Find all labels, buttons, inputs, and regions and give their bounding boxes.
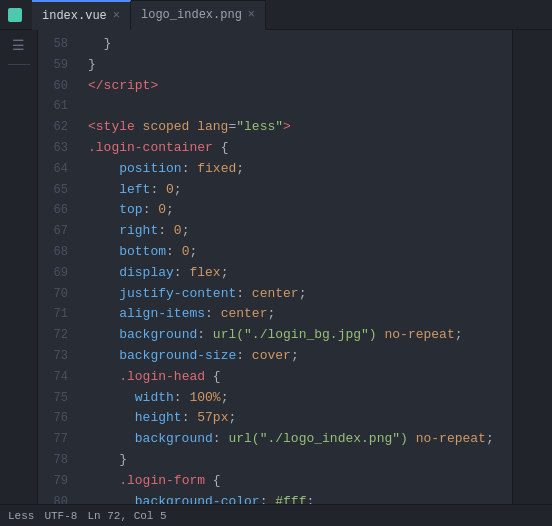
- tab-index-vue[interactable]: index.vue ×: [32, 0, 131, 30]
- code-line: .login-form {: [88, 471, 512, 492]
- code-line: <style scoped lang="less">: [88, 117, 512, 138]
- code-line: justify-content: center;: [88, 284, 512, 305]
- code-line: background: url("./logo_index.png") no-r…: [88, 429, 512, 450]
- code-line: top: 0;: [88, 200, 512, 221]
- minimap: [512, 30, 552, 504]
- tab-close-icon[interactable]: ×: [113, 9, 120, 23]
- code-line: </script>: [88, 76, 512, 97]
- code-line: .login-container {: [88, 138, 512, 159]
- file-icon-area: [8, 8, 26, 22]
- code-line: .login-head {: [88, 367, 512, 388]
- status-file-type: Less: [8, 510, 34, 522]
- code-line: }: [88, 55, 512, 76]
- status-bar: Less UTF-8 Ln 72, Col 5: [0, 504, 552, 526]
- code-line: right: 0;: [88, 221, 512, 242]
- tab-label: logo_index.png: [141, 8, 242, 22]
- code-area: ☰ 58596061626364656667686970717273747576…: [0, 30, 552, 504]
- tab-logo-index[interactable]: logo_index.png ×: [131, 0, 266, 30]
- code-line: background-size: cover;: [88, 346, 512, 367]
- tab-bar: index.vue × logo_index.png ×: [0, 0, 552, 30]
- code-line: height: 57px;: [88, 408, 512, 429]
- code-line: }: [88, 34, 512, 55]
- code-line: }: [88, 450, 512, 471]
- file-type-icon: [8, 8, 22, 22]
- code-line: background-color: #fff;: [88, 492, 512, 504]
- code-line: align-items: center;: [88, 304, 512, 325]
- tab-label: index.vue: [42, 9, 107, 23]
- code-line: width: 100%;: [88, 388, 512, 409]
- status-cursor: Ln 72, Col 5: [87, 510, 166, 522]
- editor: index.vue × logo_index.png × ☰ 585960616…: [0, 0, 552, 526]
- line-numbers: 5859606162636465666768697071727374757677…: [38, 30, 76, 504]
- code-line: left: 0;: [88, 180, 512, 201]
- status-encoding: UTF-8: [44, 510, 77, 522]
- code-editor[interactable]: }}</script> <style scoped lang="less">.l…: [76, 30, 512, 504]
- code-line: background: url("./login_bg.jpg") no-rep…: [88, 325, 512, 346]
- code-line: position: fixed;: [88, 159, 512, 180]
- left-activity-bar: ☰: [0, 30, 38, 504]
- code-line: display: flex;: [88, 263, 512, 284]
- tab-close-icon[interactable]: ×: [248, 8, 255, 22]
- sidebar-toggle-icon[interactable]: ☰: [8, 34, 30, 56]
- code-line: bottom: 0;: [88, 242, 512, 263]
- code-line: [88, 96, 512, 117]
